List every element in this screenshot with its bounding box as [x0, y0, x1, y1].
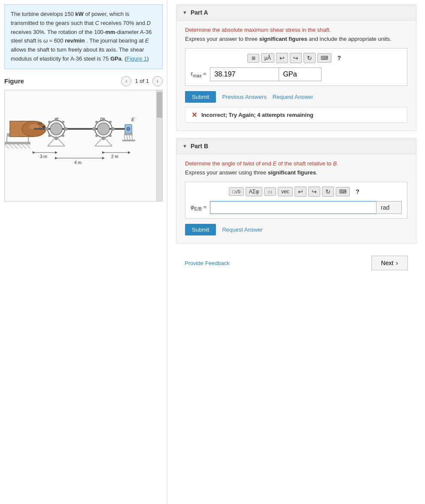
- part-a-incorrect-msg: ✕ Incorrect; Try Again; 4 attempts remai…: [185, 107, 407, 123]
- svg-point-23: [64, 127, 67, 131]
- toolbar-b-vec-btn[interactable]: vec: [278, 187, 293, 196]
- svg-text:4 m: 4 m: [74, 160, 82, 165]
- power-value: kW: [75, 11, 84, 17]
- part-a-submit-btn[interactable]: Submit: [185, 91, 216, 103]
- svg-line-55: [56, 137, 65, 146]
- svg-line-5: [9, 144, 13, 149]
- part-b-answer-label: φE/B =: [191, 204, 206, 211]
- part-a-arrow: ▼: [182, 10, 187, 15]
- right-panel: ▼ Part A Determine the absolute maximum …: [167, 0, 425, 504]
- svg-line-9: [26, 144, 30, 149]
- provide-feedback-link[interactable]: Provide Feedback: [185, 260, 230, 266]
- part-b-instruction1: Determine the angle of twist of end E of…: [185, 160, 407, 167]
- part-b-submit-row: Submit Request Answer: [185, 224, 407, 235]
- svg-point-26: [48, 134, 51, 137]
- gear-d: D: [147, 20, 151, 26]
- next-btn[interactable]: Next ›: [371, 256, 408, 270]
- part-a-header[interactable]: ▼ Part A: [176, 5, 416, 21]
- speed-unit: rev/min: [65, 37, 85, 44]
- part-b-label: Part B: [191, 143, 208, 150]
- toolbar-a-help-btn[interactable]: ?: [333, 53, 345, 63]
- svg-point-33: [92, 127, 96, 131]
- part-b-answer-box: □√0 ΑΣφ ↕↕ vec ↩ ↪ ↻ ⌨ ? φE/B =: [185, 182, 407, 219]
- part-b-submit-btn[interactable]: Submit: [185, 224, 216, 235]
- toolbar-b-arrows-btn[interactable]: ↕↕: [264, 187, 276, 196]
- part-a-section: ▼ Part A Determine the absolute maximum …: [176, 4, 416, 131]
- next-btn-label: Next: [381, 260, 394, 266]
- svg-line-58: [103, 137, 112, 146]
- incorrect-text: Incorrect; Try Again; 4 attempts remaini…: [201, 112, 313, 118]
- svg-point-25: [62, 121, 64, 123]
- figure-title: Figure: [4, 77, 24, 85]
- svg-line-46: [132, 135, 133, 140]
- svg-point-34: [111, 127, 115, 131]
- part-a-request-answer-btn[interactable]: Request Answer: [273, 94, 313, 100]
- part-b-toolbar: □√0 ΑΣφ ↕↕ vec ↩ ↪ ↻ ⌨ ?: [191, 186, 402, 197]
- part-b-value-input[interactable]: [210, 201, 376, 214]
- part-a-instruction1: Determine the absolute maximum shear str…: [185, 27, 407, 33]
- figure-nav: ‹ 1 of 1 ›: [121, 76, 163, 86]
- omega-value: ω: [43, 37, 48, 44]
- toolbar-b-refresh-btn[interactable]: ↻: [322, 186, 334, 197]
- svg-line-8: [22, 144, 26, 149]
- svg-line-4: [5, 144, 9, 149]
- toolbar-b-help-btn[interactable]: ?: [352, 187, 364, 196]
- toolbar-a-redo-btn[interactable]: ↪: [290, 53, 302, 63]
- svg-text:3 m: 3 m: [40, 154, 47, 159]
- svg-point-37: [95, 134, 98, 137]
- figure-link[interactable]: Figure 1: [127, 55, 147, 62]
- svg-line-45: [129, 135, 130, 140]
- toolbar-a-matrix-btn[interactable]: ⊞: [247, 54, 259, 63]
- svg-point-38: [109, 134, 112, 137]
- toolbar-b-undo-btn[interactable]: ↩: [294, 186, 307, 197]
- toolbar-a-refresh-btn[interactable]: ↻: [304, 53, 316, 63]
- toolbar-a-undo-btn[interactable]: ↩: [276, 53, 288, 63]
- svg-text:2 m: 2 m: [111, 154, 118, 159]
- svg-point-27: [62, 134, 64, 137]
- part-b-request-answer-btn[interactable]: Request Answer: [222, 226, 263, 233]
- part-a-previous-answers-btn[interactable]: Previous Answers: [222, 94, 266, 100]
- part-b-instruction2: Express your answer using three signific…: [185, 169, 407, 176]
- svg-point-22: [45, 127, 49, 131]
- next-chevron-icon: ›: [396, 260, 398, 266]
- part-a-answer-label: τmax =: [191, 70, 206, 78]
- incorrect-icon: ✕: [191, 111, 197, 119]
- figure-image-container: ω C D: [4, 90, 163, 202]
- svg-point-41: [127, 127, 130, 131]
- figure-next-btn[interactable]: ›: [152, 76, 163, 86]
- svg-rect-3: [5, 142, 30, 144]
- part-a-answer-box: ⊞ μÅ ↩ ↪ ↻ ⌨ ? τmax =: [185, 48, 407, 86]
- svg-line-57: [95, 137, 103, 146]
- part-a-value-input[interactable]: [210, 67, 279, 81]
- diameter-unit: mm: [105, 29, 115, 35]
- part-b-answer-row: φE/B = rad: [191, 201, 402, 214]
- figure-scrollbar-thumb[interactable]: [157, 92, 163, 118]
- part-a-label: Part A: [191, 9, 208, 16]
- svg-text:ω: ω: [38, 120, 42, 125]
- figure-prev-btn[interactable]: ‹: [121, 76, 131, 86]
- part-a-submit-row: Submit Previous Answers Request Answer: [185, 91, 407, 103]
- part-a-instruction2: Express your answer to three significant…: [185, 36, 407, 42]
- part-b-unit-label: rad: [376, 201, 402, 214]
- toolbar-b-sqrt-btn[interactable]: □√0: [229, 187, 244, 196]
- toolbar-b-keyboard-btn[interactable]: ⌨: [336, 187, 350, 196]
- svg-line-44: [127, 135, 128, 140]
- svg-line-7: [18, 144, 22, 149]
- toolbar-b-redo-btn[interactable]: ↪: [308, 186, 320, 197]
- figure-scrollbar[interactable]: [156, 90, 162, 201]
- part-a-unit-input[interactable]: [279, 67, 322, 81]
- part-b-header[interactable]: ▼ Part B: [176, 138, 416, 154]
- svg-line-43: [124, 135, 125, 140]
- modulus-unit: GPa: [110, 55, 121, 62]
- part-b-section: ▼ Part B Determine the angle of twist of…: [176, 138, 416, 244]
- figure-svg: ω C D: [5, 90, 151, 198]
- toolbar-a-keyboard-btn[interactable]: ⌨: [317, 53, 331, 63]
- figure-header: Figure ‹ 1 of 1 ›: [4, 76, 163, 86]
- svg-line-54: [48, 137, 56, 146]
- toolbar-a-units-btn[interactable]: μÅ: [261, 53, 274, 63]
- bottom-bar: Provide Feedback Next ›: [176, 250, 416, 275]
- svg-point-30: [97, 123, 109, 135]
- svg-rect-47: [122, 140, 135, 141]
- toolbar-b-greek-btn[interactable]: ΑΣφ: [246, 187, 262, 196]
- part-a-body: Determine the absolute maximum shear str…: [176, 21, 416, 131]
